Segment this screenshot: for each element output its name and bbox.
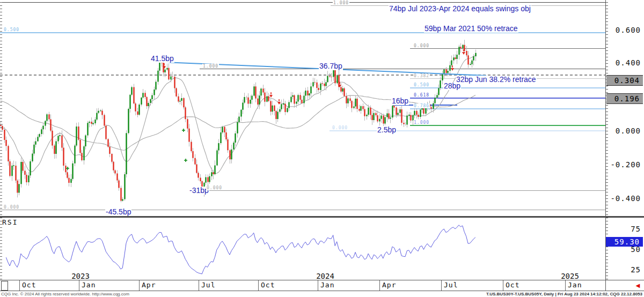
- chart-annotation: -45.5bp: [105, 208, 131, 216]
- chart-annotation: 36.7bp: [319, 62, 343, 70]
- fib-level-label: 0.500: [413, 83, 430, 87]
- month-divider: [19, 280, 20, 291]
- fib-level-label: 1.000: [413, 120, 430, 125]
- fib-level-label: 0.618: [413, 93, 430, 98]
- month-divider: [258, 280, 259, 291]
- fib-level-label: 1.000: [333, 1, 349, 5]
- fib-level-label: 0.500: [3, 27, 20, 32]
- chart-annotation: 2.5bp: [377, 126, 397, 134]
- month-divider: [441, 280, 442, 291]
- price-level-badge-upper: 0.304: [606, 75, 643, 86]
- status-bar-symbol-info: T.US.BUS30Y-T.US.BUS05Y, Daily | Fri Aug…: [486, 291, 642, 297]
- time-axis-month-label: Jul: [201, 281, 215, 289]
- chart-annotation: 16bp: [391, 97, 409, 105]
- time-axis-month-label: Apr: [382, 281, 396, 289]
- chart-annotation: 41.5bp: [150, 55, 174, 63]
- fib-level-label: 0.382: [413, 73, 430, 78]
- time-axis-month-label: Oct: [506, 281, 519, 289]
- time-axis-year-label: 2025: [561, 272, 579, 280]
- rsi-panel-title: RSI: [2, 218, 18, 226]
- scroll-right-arrow-icon[interactable]: ◄: [634, 282, 641, 289]
- fib-level-label: 1.000: [202, 64, 219, 69]
- price-axis-label: -0.200: [605, 160, 641, 169]
- time-axis-month-label: Jan: [568, 281, 582, 289]
- time-axis-month-label: Apr: [142, 281, 156, 289]
- time-axis-year-label: 2024: [316, 272, 334, 280]
- price-axis-label: 0.400: [605, 58, 641, 67]
- status-bar-copyright: CQG Inc. © 2024 All rights reserved worl…: [1, 291, 129, 297]
- candles-up: [12, 45, 476, 201]
- chart-top-border: [0, 2, 605, 3]
- rsi-line: [6, 225, 475, 274]
- buy-signal-plus-icon: [66, 167, 69, 170]
- price-level-badge-lower: 0.196: [606, 93, 643, 104]
- candle-wicks: [1, 40, 476, 202]
- month-divider: [379, 280, 380, 291]
- time-axis-month-label: Jul: [444, 281, 458, 289]
- time-axis-month-label: Jan: [82, 281, 96, 289]
- left-price-ticks: [0, 2, 2, 216]
- fib-level-label: 0.000: [3, 205, 20, 210]
- rsi-axis-label: 75: [605, 225, 641, 233]
- fib-level-label: 0.000: [206, 185, 223, 190]
- sell-signal-arrow-icon: [269, 92, 273, 98]
- chart-annotation: 59bp Mar 2021 50% retrace: [424, 25, 518, 33]
- month-divider: [139, 280, 140, 291]
- time-axis-month-label: Jan: [320, 281, 334, 289]
- price-axis-label: 0.000: [605, 127, 641, 135]
- fib-level-label: 0.000: [413, 43, 430, 48]
- price-rsi-separator[interactable]: [0, 216, 644, 218]
- cqg-chart-window: 0.6000.4000.000-0.200-0.400 0.304 0.196 …: [0, 0, 644, 297]
- month-divider: [318, 280, 318, 291]
- buy-signal-plus-icon: [182, 129, 185, 132]
- chart-annotation: 74bp Jul 2023-Apr 2024 equals swings obj: [389, 5, 531, 13]
- rsi-axis-label: 25: [605, 265, 641, 274]
- rsi-value-badge: 59.30: [606, 237, 643, 247]
- month-divider: [503, 280, 503, 291]
- fib-level-label: 0.000: [332, 125, 348, 130]
- buy-signal-plus-icon: [184, 159, 187, 162]
- sell-signal-arrow-icon: [451, 65, 454, 71]
- time-axis-year-label: 2023: [71, 272, 90, 280]
- fib-level-label: 0.786: [413, 103, 430, 108]
- chart-annotation: 32bp Jun 38.2% retrace: [456, 76, 537, 84]
- month-divider: [79, 280, 79, 291]
- time-axis-month-label: Oct: [22, 281, 36, 289]
- month-divider: [199, 280, 199, 291]
- time-scroll-handle[interactable]: [1, 281, 8, 291]
- time-axis-month-label: Oct: [261, 281, 275, 289]
- left-rsi-ticks: [0, 218, 2, 280]
- chart-annotation: 28bp: [443, 82, 461, 90]
- price-axis-label: -0.400: [605, 194, 641, 203]
- price-chart-canvas[interactable]: [0, 0, 644, 297]
- fast-ma-line: [1, 55, 475, 173]
- month-divider: [565, 280, 566, 291]
- price-axis-label: 0.600: [605, 26, 641, 34]
